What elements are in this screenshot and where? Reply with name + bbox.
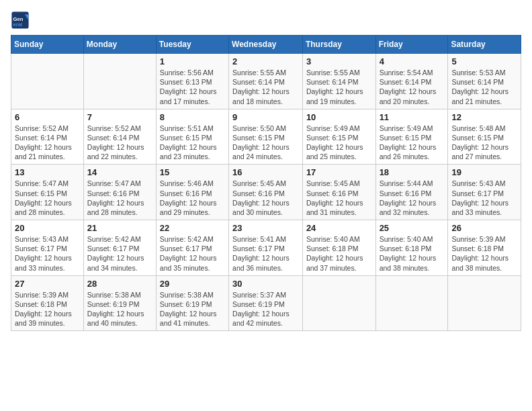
day-number: 16: [232, 167, 299, 177]
svg-text:eral: eral: [13, 21, 23, 28]
day-number: 23: [232, 223, 299, 233]
calendar-cell: [11, 54, 84, 109]
day-number: 2: [232, 56, 299, 66]
calendar-cell: 28Sunrise: 5:38 AM Sunset: 6:19 PM Dayli…: [83, 275, 156, 331]
calendar-week-3: 13Sunrise: 5:47 AM Sunset: 6:15 PM Dayli…: [11, 165, 521, 220]
calendar-cell: 27Sunrise: 5:39 AM Sunset: 6:18 PM Dayli…: [11, 275, 84, 331]
calendar-cell: 21Sunrise: 5:42 AM Sunset: 6:17 PM Dayli…: [83, 220, 156, 276]
calendar-cell: 23Sunrise: 5:41 AM Sunset: 6:17 PM Dayli…: [229, 220, 303, 276]
logo: Gen eral: [11, 11, 31, 30]
day-info: Sunrise: 5:55 AM Sunset: 6:14 PM Dayligh…: [306, 68, 372, 106]
day-number: 3: [306, 56, 372, 66]
day-number: 22: [160, 223, 225, 233]
day-info: Sunrise: 5:49 AM Sunset: 6:15 PM Dayligh…: [380, 124, 445, 162]
day-info: Sunrise: 5:40 AM Sunset: 6:18 PM Dayligh…: [306, 234, 372, 273]
day-info: Sunrise: 5:55 AM Sunset: 6:14 PM Dayligh…: [232, 68, 299, 106]
day-number: 17: [306, 167, 372, 177]
day-number: 19: [451, 167, 517, 177]
calendar-cell: 3Sunrise: 5:55 AM Sunset: 6:14 PM Daylig…: [302, 54, 375, 109]
day-info: Sunrise: 5:48 AM Sunset: 6:15 PM Dayligh…: [451, 124, 517, 162]
calendar-body: 1Sunrise: 5:56 AM Sunset: 6:13 PM Daylig…: [11, 54, 521, 331]
header-day-sunday: Sunday: [11, 36, 84, 54]
day-info: Sunrise: 5:46 AM Sunset: 6:16 PM Dayligh…: [160, 179, 225, 217]
header-day-wednesday: Wednesday: [229, 36, 303, 54]
day-number: 20: [15, 223, 80, 233]
day-info: Sunrise: 5:51 AM Sunset: 6:15 PM Dayligh…: [160, 124, 225, 162]
day-number: 18: [380, 167, 445, 177]
day-number: 15: [160, 167, 225, 177]
calendar-cell: 1Sunrise: 5:56 AM Sunset: 6:13 PM Daylig…: [156, 54, 228, 109]
day-number: 30: [232, 279, 299, 289]
calendar-cell: 4Sunrise: 5:54 AM Sunset: 6:14 PM Daylig…: [375, 54, 448, 109]
day-number: 25: [380, 223, 445, 233]
calendar-cell: 7Sunrise: 5:52 AM Sunset: 6:14 PM Daylig…: [83, 109, 156, 165]
header-day-saturday: Saturday: [448, 36, 521, 54]
day-info: Sunrise: 5:39 AM Sunset: 6:18 PM Dayligh…: [15, 290, 80, 328]
day-number: 14: [87, 167, 152, 177]
day-number: 5: [451, 56, 517, 66]
day-info: Sunrise: 5:54 AM Sunset: 6:14 PM Dayligh…: [380, 68, 445, 106]
day-number: 29: [160, 279, 225, 289]
calendar-cell: 12Sunrise: 5:48 AM Sunset: 6:15 PM Dayli…: [448, 109, 521, 165]
day-number: 24: [306, 223, 372, 233]
calendar-cell: [375, 275, 448, 331]
calendar-cell: 5Sunrise: 5:53 AM Sunset: 6:14 PM Daylig…: [448, 54, 521, 109]
day-number: 9: [232, 112, 299, 122]
calendar-week-2: 6Sunrise: 5:52 AM Sunset: 6:14 PM Daylig…: [11, 109, 521, 165]
day-info: Sunrise: 5:39 AM Sunset: 6:18 PM Dayligh…: [451, 234, 517, 273]
day-number: 7: [87, 112, 152, 122]
calendar-cell: 11Sunrise: 5:49 AM Sunset: 6:15 PM Dayli…: [375, 109, 448, 165]
calendar-cell: 2Sunrise: 5:55 AM Sunset: 6:14 PM Daylig…: [229, 54, 303, 109]
calendar-cell: 26Sunrise: 5:39 AM Sunset: 6:18 PM Dayli…: [448, 220, 521, 276]
calendar-cell: 13Sunrise: 5:47 AM Sunset: 6:15 PM Dayli…: [11, 165, 84, 220]
day-info: Sunrise: 5:45 AM Sunset: 6:16 PM Dayligh…: [306, 179, 372, 217]
calendar-cell: 22Sunrise: 5:42 AM Sunset: 6:17 PM Dayli…: [156, 220, 228, 276]
calendar-cell: 9Sunrise: 5:50 AM Sunset: 6:15 PM Daylig…: [229, 109, 303, 165]
calendar-cell: 16Sunrise: 5:45 AM Sunset: 6:16 PM Dayli…: [229, 165, 303, 220]
header-day-tuesday: Tuesday: [156, 36, 228, 54]
header-day-friday: Friday: [375, 36, 448, 54]
day-number: 21: [87, 223, 152, 233]
calendar-cell: [83, 54, 156, 109]
day-info: Sunrise: 5:50 AM Sunset: 6:15 PM Dayligh…: [232, 124, 299, 162]
calendar-header: SundayMondayTuesdayWednesdayThursdayFrid…: [11, 36, 521, 54]
day-number: 4: [380, 56, 445, 66]
day-number: 28: [87, 279, 152, 289]
header-row: SundayMondayTuesdayWednesdayThursdayFrid…: [11, 36, 521, 54]
calendar-cell: 6Sunrise: 5:52 AM Sunset: 6:14 PM Daylig…: [11, 109, 84, 165]
day-number: 6: [15, 112, 80, 122]
day-info: Sunrise: 5:56 AM Sunset: 6:13 PM Dayligh…: [160, 68, 225, 106]
day-number: 8: [160, 112, 225, 122]
day-number: 26: [451, 223, 517, 233]
day-info: Sunrise: 5:42 AM Sunset: 6:17 PM Dayligh…: [160, 234, 225, 273]
logo-icon: Gen eral: [11, 11, 30, 30]
day-number: 1: [160, 56, 225, 66]
header-day-thursday: Thursday: [302, 36, 375, 54]
day-number: 10: [306, 112, 372, 122]
calendar-cell: 29Sunrise: 5:38 AM Sunset: 6:19 PM Dayli…: [156, 275, 228, 331]
day-info: Sunrise: 5:41 AM Sunset: 6:17 PM Dayligh…: [232, 234, 299, 273]
calendar-cell: 25Sunrise: 5:40 AM Sunset: 6:18 PM Dayli…: [375, 220, 448, 276]
calendar-cell: 17Sunrise: 5:45 AM Sunset: 6:16 PM Dayli…: [302, 165, 375, 220]
calendar-cell: [302, 275, 375, 331]
day-info: Sunrise: 5:52 AM Sunset: 6:14 PM Dayligh…: [15, 124, 80, 162]
day-info: Sunrise: 5:40 AM Sunset: 6:18 PM Dayligh…: [380, 234, 445, 273]
day-info: Sunrise: 5:52 AM Sunset: 6:14 PM Dayligh…: [87, 124, 152, 162]
day-info: Sunrise: 5:53 AM Sunset: 6:14 PM Dayligh…: [451, 68, 517, 106]
calendar-cell: [448, 275, 521, 331]
day-info: Sunrise: 5:49 AM Sunset: 6:15 PM Dayligh…: [306, 124, 372, 162]
day-info: Sunrise: 5:45 AM Sunset: 6:16 PM Dayligh…: [232, 179, 299, 217]
calendar-cell: 14Sunrise: 5:47 AM Sunset: 6:16 PM Dayli…: [83, 165, 156, 220]
calendar-week-4: 20Sunrise: 5:43 AM Sunset: 6:17 PM Dayli…: [11, 220, 521, 276]
calendar-cell: 15Sunrise: 5:46 AM Sunset: 6:16 PM Dayli…: [156, 165, 228, 220]
day-number: 27: [15, 279, 80, 289]
calendar-cell: 10Sunrise: 5:49 AM Sunset: 6:15 PM Dayli…: [302, 109, 375, 165]
day-info: Sunrise: 5:47 AM Sunset: 6:15 PM Dayligh…: [15, 179, 80, 217]
calendar-cell: 24Sunrise: 5:40 AM Sunset: 6:18 PM Dayli…: [302, 220, 375, 276]
day-info: Sunrise: 5:43 AM Sunset: 6:17 PM Dayligh…: [15, 234, 80, 273]
calendar-cell: 19Sunrise: 5:43 AM Sunset: 6:17 PM Dayli…: [448, 165, 521, 220]
page-header: Gen eral: [11, 11, 521, 30]
day-info: Sunrise: 5:47 AM Sunset: 6:16 PM Dayligh…: [87, 179, 152, 217]
day-info: Sunrise: 5:43 AM Sunset: 6:17 PM Dayligh…: [451, 179, 517, 217]
calendar-cell: 18Sunrise: 5:44 AM Sunset: 6:16 PM Dayli…: [375, 165, 448, 220]
